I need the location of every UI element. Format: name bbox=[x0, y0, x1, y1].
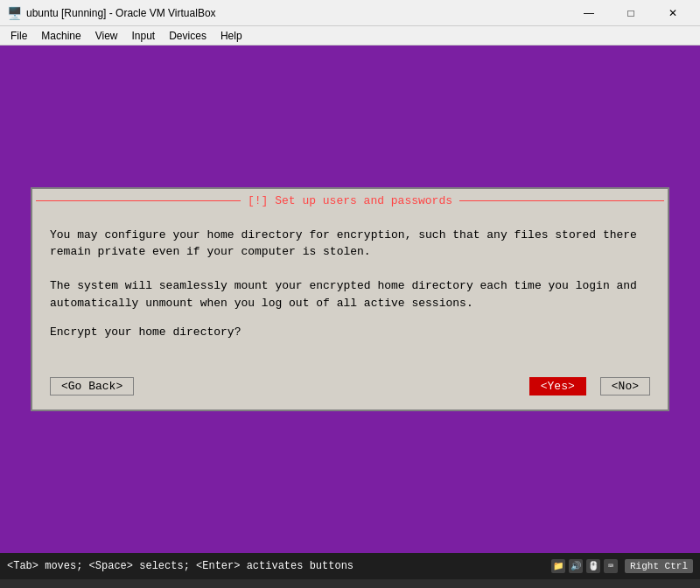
title-line-right bbox=[459, 200, 664, 201]
status-icon-4: ⌨️ bbox=[604, 559, 618, 573]
minimize-button[interactable]: — bbox=[569, 0, 609, 26]
dialog-question: Encrypt your home directory? bbox=[50, 326, 650, 339]
dialog-box: [!] Set up users and passwords You may c… bbox=[31, 187, 669, 412]
maximize-button[interactable]: □ bbox=[611, 0, 651, 26]
right-ctrl-badge: Right Ctrl bbox=[625, 559, 693, 573]
menu-view[interactable]: View bbox=[88, 28, 125, 44]
menu-help[interactable]: Help bbox=[214, 28, 249, 44]
window-title: ubuntu [Running] - Oracle VM VirtualBox bbox=[26, 7, 569, 19]
no-button[interactable]: <No> bbox=[600, 377, 650, 396]
app-icon: 🖥️ bbox=[7, 6, 21, 20]
paragraph2: The system will seamlessly mount your en… bbox=[50, 279, 637, 310]
close-button[interactable]: ✕ bbox=[653, 0, 693, 26]
menu-file[interactable]: File bbox=[4, 28, 34, 44]
title-line-left bbox=[36, 200, 241, 201]
status-icons: 📁 🔊 🖱️ ⌨️ Right Ctrl bbox=[551, 559, 693, 573]
status-bar: <Tab> moves; <Space> selects; <Enter> ac… bbox=[0, 553, 700, 579]
dialog-title: [!] Set up users and passwords bbox=[244, 194, 456, 207]
yes-button[interactable]: <Yes> bbox=[529, 377, 586, 396]
vm-screen: [!] Set up users and passwords You may c… bbox=[0, 46, 700, 553]
menu-devices[interactable]: Devices bbox=[162, 28, 214, 44]
dialog-title-bar: [!] Set up users and passwords bbox=[32, 189, 668, 213]
status-icon-2: 🔊 bbox=[569, 559, 583, 573]
go-back-button[interactable]: <Go Back> bbox=[50, 377, 134, 396]
status-icon-3: 🖱️ bbox=[586, 559, 600, 573]
dialog-body: You may configure your home directory fo… bbox=[50, 227, 650, 312]
menu-input[interactable]: Input bbox=[125, 28, 163, 44]
paragraph1: You may configure your home directory fo… bbox=[50, 228, 637, 259]
menu-machine[interactable]: Machine bbox=[34, 28, 88, 44]
status-text: <Tab> moves; <Space> selects; <Enter> ac… bbox=[7, 560, 551, 572]
window-controls: — □ ✕ bbox=[569, 0, 693, 26]
title-bar: 🖥️ ubuntu [Running] - Oracle VM VirtualB… bbox=[0, 0, 700, 26]
status-icon-1: 📁 bbox=[551, 559, 565, 573]
menu-bar: File Machine View Input Devices Help bbox=[0, 26, 700, 46]
dialog-content: You may configure your home directory fo… bbox=[32, 213, 668, 371]
dialog-buttons: <Go Back> <Yes> <No> bbox=[32, 370, 668, 410]
